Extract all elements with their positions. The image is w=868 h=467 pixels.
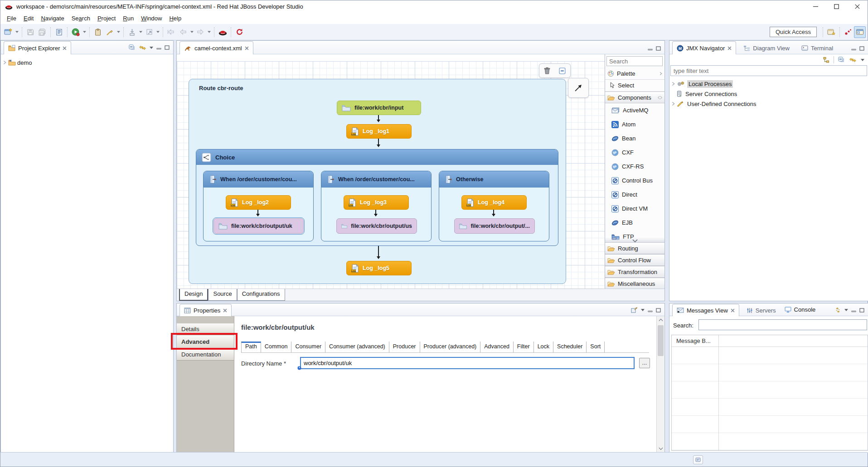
view-menu-icon[interactable] — [844, 309, 848, 311]
directory-name-input[interactable] — [300, 357, 635, 369]
palette-component-direct[interactable]: Direct — [605, 188, 664, 202]
link-with-editor-icon[interactable] — [849, 57, 857, 63]
node-log3[interactable]: LOG Log _log3 — [344, 195, 409, 210]
palette-group-transformation[interactable]: Transformation — [605, 266, 664, 278]
ptab-sort[interactable]: Sort — [587, 342, 605, 352]
palette-scroll-down-icon[interactable] — [605, 237, 664, 242]
palette-select-tool[interactable]: Select — [605, 80, 664, 91]
ptab-producer-advanced[interactable]: Producer (advanced) — [420, 342, 481, 352]
minimize-view-icon[interactable] — [648, 308, 653, 313]
step-into-icon[interactable] — [126, 26, 138, 38]
view-menu-icon[interactable] — [641, 309, 645, 311]
minimize-view-icon[interactable] — [851, 46, 856, 51]
expand-chevron-icon[interactable] — [669, 101, 677, 106]
new-wizard-dropdown-icon[interactable] — [14, 26, 19, 38]
ptab-path[interactable]: Path — [241, 342, 261, 352]
undo-dropdown-icon[interactable] — [189, 26, 194, 38]
palette-group-routing[interactable]: Routing — [605, 242, 664, 254]
section-documentation[interactable]: Documentation — [177, 349, 234, 361]
quick-access-button[interactable]: Quick Access — [770, 27, 817, 37]
tree-item-demo[interactable]: M demo — [1, 58, 173, 67]
open-in-new-window-icon[interactable] — [631, 307, 638, 313]
close-tab-icon[interactable] — [63, 46, 67, 50]
collapse-all-icon[interactable] — [129, 44, 136, 51]
run-dropdown-icon[interactable] — [82, 26, 87, 38]
console-tab[interactable]: Console — [781, 303, 820, 316]
menu-file[interactable]: File — [3, 14, 20, 23]
close-tab-icon[interactable] — [223, 308, 227, 313]
maximize-view-icon[interactable] — [859, 46, 864, 51]
redo-icon[interactable] — [194, 26, 206, 38]
connection-tool[interactable] — [568, 78, 589, 98]
brush-icon[interactable] — [104, 26, 116, 38]
back-history-icon[interactable] — [165, 26, 177, 38]
palette-component-ejb[interactable]: EJB — [605, 216, 664, 230]
active-perspective-icon[interactable] — [854, 26, 866, 38]
clipboard-icon[interactable] — [92, 26, 104, 38]
close-tab-icon[interactable] — [727, 46, 732, 50]
node-file-output-uk[interactable]: file:work/cbr/output/uk — [213, 218, 304, 234]
expand-chevron-icon[interactable] — [669, 82, 677, 86]
collapse-all-icon[interactable] — [838, 57, 845, 63]
diagram-canvas[interactable]: Route cbr-route file:work/cbr/input LOG … — [177, 54, 606, 289]
scroll-down-icon[interactable] — [659, 447, 663, 450]
properties-tab[interactable]: Properties — [179, 304, 232, 316]
ptab-consumer-advanced[interactable]: Consumer (advanced) — [325, 342, 389, 352]
section-advanced[interactable]: Advanced — [177, 335, 234, 349]
view-menu-icon[interactable] — [150, 47, 153, 49]
tree-item-user-defined-connections[interactable]: User-Defined Connections — [669, 99, 868, 109]
column-divider[interactable] — [718, 335, 719, 450]
maximize-window-button[interactable] — [826, 0, 847, 13]
step-over-icon[interactable] — [143, 26, 155, 38]
node-file-input[interactable]: file:work/cbr/input — [337, 101, 421, 115]
maximize-view-icon[interactable] — [165, 45, 170, 50]
link-with-editor-icon[interactable] — [139, 45, 146, 51]
save-all-icon[interactable] — [36, 26, 48, 38]
messages-column-header[interactable]: Message B... — [672, 335, 868, 347]
node-log1[interactable]: LOG Log _log1 — [346, 124, 412, 139]
maximize-view-icon[interactable] — [859, 308, 864, 313]
menu-window[interactable]: Window — [137, 14, 165, 23]
collapse-container-icon[interactable] — [559, 67, 566, 74]
scrollbar-thumb[interactable] — [658, 325, 664, 356]
node-file-output-us[interactable]: file:work/cbr/output/us — [336, 218, 417, 234]
palette-group-miscellaneous[interactable]: Miscellaneous — [605, 278, 664, 289]
minimize-window-button[interactable] — [805, 0, 826, 13]
pin-icon[interactable] — [658, 96, 662, 100]
jmx-filter-input[interactable] — [670, 65, 867, 76]
close-tab-icon[interactable] — [731, 308, 735, 313]
browse-button[interactable]: ... — [639, 358, 650, 368]
node-log2[interactable]: LOG Log _log2 — [226, 195, 291, 210]
diagram-view-tab[interactable]: Diagram View — [739, 41, 794, 54]
menu-edit[interactable]: Edit — [20, 14, 37, 23]
ptab-scheduler[interactable]: Scheduler — [553, 342, 587, 352]
menu-project[interactable]: Project — [94, 14, 119, 23]
save-icon[interactable] — [24, 26, 36, 38]
minimize-view-icon[interactable] — [156, 45, 161, 50]
run-icon[interactable] — [70, 26, 82, 38]
palette-component-cxf[interactable]: CXF — [605, 145, 664, 159]
ptab-filter[interactable]: Filter — [514, 342, 534, 352]
minimize-view-icon[interactable] — [648, 46, 653, 51]
menu-run[interactable]: Run — [119, 14, 137, 23]
redo-dropdown-icon[interactable] — [206, 26, 212, 38]
close-window-button[interactable] — [847, 0, 868, 13]
menu-help[interactable]: Help — [165, 14, 185, 23]
palette-group-components[interactable]: Components — [605, 91, 664, 103]
step-over-dropdown-icon[interactable] — [155, 26, 160, 38]
tree-item-local-processes[interactable]: Local Processes — [669, 79, 868, 89]
tab-design[interactable]: Design — [179, 289, 208, 301]
brush-dropdown-icon[interactable] — [116, 26, 121, 38]
maximize-view-icon[interactable] — [656, 46, 661, 51]
tab-configurations[interactable]: Configurations — [237, 289, 285, 301]
step-into-dropdown-icon[interactable] — [138, 26, 143, 38]
redhat-central-icon[interactable] — [217, 26, 228, 38]
menu-navigate[interactable]: Navigate — [37, 14, 68, 23]
delete-icon[interactable] — [544, 67, 550, 74]
palette-component-bean[interactable]: Bean — [605, 131, 664, 145]
messages-search-input[interactable] — [698, 319, 867, 330]
palette-component-direct-vm[interactable]: Direct VM — [605, 202, 664, 216]
properties-scrollbar[interactable] — [656, 316, 664, 453]
tab-source[interactable]: Source — [208, 289, 237, 301]
expand-chevron-icon[interactable] — [1, 60, 8, 65]
